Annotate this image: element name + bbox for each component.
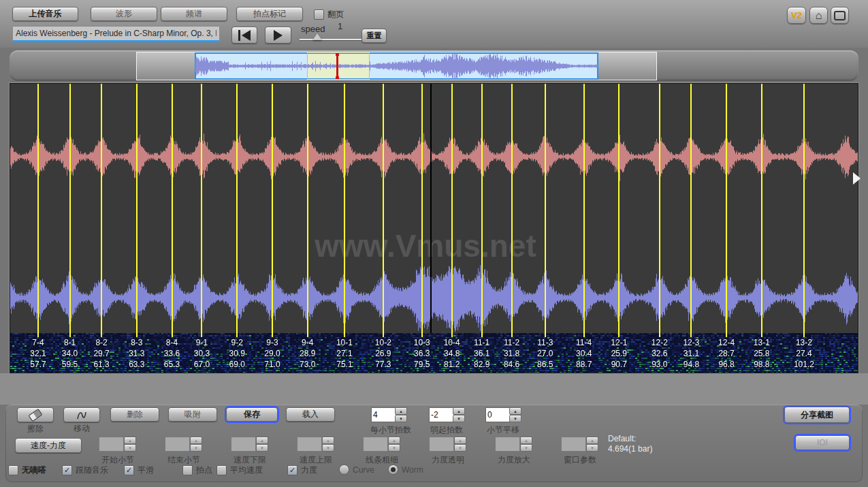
bar-shift-input[interactable] xyxy=(485,407,511,422)
beat-time: 75.1 xyxy=(325,359,364,370)
option-checkbox-3[interactable]: ✓平滑 xyxy=(124,465,154,476)
beat-label: 9-130.367.0 xyxy=(182,337,221,370)
display-mode-radio-worm[interactable]: Worm xyxy=(388,465,423,475)
checkbox-box[interactable]: ✓ xyxy=(287,465,298,475)
beats-per-bar-input[interactable] xyxy=(371,407,396,422)
page-turn-checkbox[interactable]: 翻页 xyxy=(314,9,344,20)
checkbox-label: 无嘀嗒 xyxy=(22,465,46,476)
page-turn-checkbox-box[interactable] xyxy=(314,10,324,20)
overview-strip[interactable] xyxy=(10,50,858,81)
checkbox-label: 力度 xyxy=(301,465,317,476)
step-down-icon[interactable]: ▼ xyxy=(453,415,465,422)
step-up-icon: ▲ xyxy=(322,437,334,444)
beat-label: 11-231.884.6 xyxy=(493,337,531,370)
home-button[interactable]: ⌂ xyxy=(809,7,828,24)
tempo-dynamics-button[interactable]: 速度-力度 xyxy=(15,438,82,453)
beat-label-layer: 7-432.157.78-134.059.58-229.761.38-331.3… xyxy=(10,84,858,373)
disabled-spinner-stepper: ▲▼ xyxy=(322,437,334,452)
save-button[interactable]: 保存 xyxy=(226,407,278,422)
checkbox-box[interactable]: ✓ xyxy=(62,465,72,475)
fullscreen-button[interactable] xyxy=(831,7,849,24)
tab-spectrum[interactable]: 频谱 xyxy=(161,7,227,21)
pickup-beats-input[interactable] xyxy=(429,407,454,422)
beat-label: 13-125.898.8 xyxy=(743,337,781,370)
move-button[interactable] xyxy=(63,407,100,422)
option-checkbox-5[interactable]: 平均速度 xyxy=(216,465,263,476)
tab-beat-marking[interactable]: 拍点标记 xyxy=(236,7,303,21)
disabled-spinner-stepper: ▲▼ xyxy=(124,437,136,452)
beats-per-bar-stepper[interactable]: ▲▼ xyxy=(395,407,407,422)
option-checkbox-4[interactable]: 拍点 xyxy=(182,465,212,476)
beat-tapping-app: { "topbar": { "tabs": [ {"label": "上传音乐"… xyxy=(0,0,868,487)
beat-time: 90.7 xyxy=(600,359,638,370)
beat-tempo: 25.9 xyxy=(600,348,638,359)
beat-name: 12-1 xyxy=(600,337,638,348)
option-checkbox-1[interactable]: 无嘀嗒 xyxy=(8,465,46,476)
disabled-spinner-box xyxy=(99,437,124,452)
beat-time: 98.8 xyxy=(743,359,781,370)
step-up-icon: ▲ xyxy=(190,437,202,444)
step-up-icon[interactable]: ▲ xyxy=(509,407,521,415)
checkbox-box[interactable]: ✓ xyxy=(124,465,134,475)
option-checkbox-2[interactable]: ✓跟随音乐 xyxy=(62,465,108,476)
step-up-icon: ▲ xyxy=(124,437,136,444)
step-up-icon[interactable]: ▲ xyxy=(453,407,465,415)
tab-waveform[interactable]: 波形 xyxy=(91,7,157,21)
beat-name: 9-1 xyxy=(182,337,221,348)
disabled-spinner-stepper: ▲▼ xyxy=(190,437,202,452)
radio-circle[interactable] xyxy=(339,465,349,475)
bar-shift-stepper[interactable]: ▲▼ xyxy=(509,407,521,422)
beat-name: 11-3 xyxy=(526,337,564,348)
disabled-spinner-stepper: ▲▼ xyxy=(586,437,598,452)
beat-tempo: 28.9 xyxy=(289,348,327,359)
reset-speed-button[interactable]: 重置 xyxy=(361,29,387,43)
delete-button[interactable]: 删除 xyxy=(110,407,159,422)
beat-tempo: 27.4 xyxy=(785,348,823,359)
top-toolbar: 上传音乐 波形 频谱 拍点标记 翻页 speed 1 重置 V2 ⌂ xyxy=(0,0,868,48)
beat-tempo: 31.3 xyxy=(118,348,156,359)
load-button[interactable]: 载入 xyxy=(286,407,335,422)
waveform-panel[interactable]: 7-432.157.78-134.059.58-229.761.38-331.3… xyxy=(10,83,858,373)
display-mode-radio-curve[interactable]: Curve xyxy=(339,465,374,475)
default-note-line1: Default: xyxy=(608,434,652,444)
radio-circle[interactable] xyxy=(388,465,398,475)
prev-icon xyxy=(238,30,240,41)
beat-time: 71.0 xyxy=(253,359,291,370)
track-title-input[interactable] xyxy=(12,26,220,42)
checkbox-box[interactable] xyxy=(8,465,18,475)
speed-slider-track[interactable] xyxy=(300,39,362,40)
pickup-beats-label: 弱起拍数 xyxy=(430,424,463,436)
checkbox-box[interactable] xyxy=(182,465,193,475)
version-badge-button[interactable]: V2 xyxy=(787,7,806,24)
beat-name: 13-2 xyxy=(785,337,823,348)
beat-tempo: 31.1 xyxy=(672,348,710,359)
erase-button[interactable] xyxy=(17,407,54,422)
pickup-beats-stepper[interactable]: ▲▼ xyxy=(453,407,465,422)
panel-resize-handle[interactable] xyxy=(853,172,861,185)
beat-label: 8-331.363.3 xyxy=(118,337,156,370)
snap-button[interactable]: 吸附 xyxy=(168,407,217,422)
beat-name: 10-2 xyxy=(364,337,402,348)
overview-waveform-canvas[interactable] xyxy=(136,52,657,80)
step-up-icon: ▲ xyxy=(520,437,532,444)
eraser-icon xyxy=(28,408,42,421)
ioi-button[interactable]: IOI xyxy=(795,435,850,450)
prev-button[interactable] xyxy=(231,27,257,44)
default-note-line2: 4.694(1 bar) xyxy=(608,444,652,454)
beat-time: 61.3 xyxy=(82,359,120,370)
step-down-icon[interactable]: ▼ xyxy=(509,415,521,422)
beat-name: 12-3 xyxy=(672,337,710,348)
option-checkbox-6[interactable]: ✓力度 xyxy=(287,465,317,476)
step-down-icon[interactable]: ▼ xyxy=(395,415,407,422)
speed-slider-thumb[interactable] xyxy=(312,33,322,40)
bar-shift-label: 小节平移 xyxy=(487,424,519,436)
tab-upload-music[interactable]: 上传音乐 xyxy=(12,7,78,21)
beat-label: 10-226.977.3 xyxy=(364,337,402,370)
play-button[interactable] xyxy=(265,27,291,44)
share-screenshot-button[interactable]: 分享截图 xyxy=(784,407,850,423)
beat-label: 11-327.086.5 xyxy=(526,337,564,370)
beat-tempo: 30.9 xyxy=(218,348,256,359)
control-panel: 擦除 移动 删除 吸附 保存 载入 ▲▼ 每小节拍数 ▲▼ 弱起拍数 ▲▼ 小节… xyxy=(5,405,863,482)
step-up-icon[interactable]: ▲ xyxy=(395,407,407,415)
checkbox-box[interactable] xyxy=(216,465,227,475)
